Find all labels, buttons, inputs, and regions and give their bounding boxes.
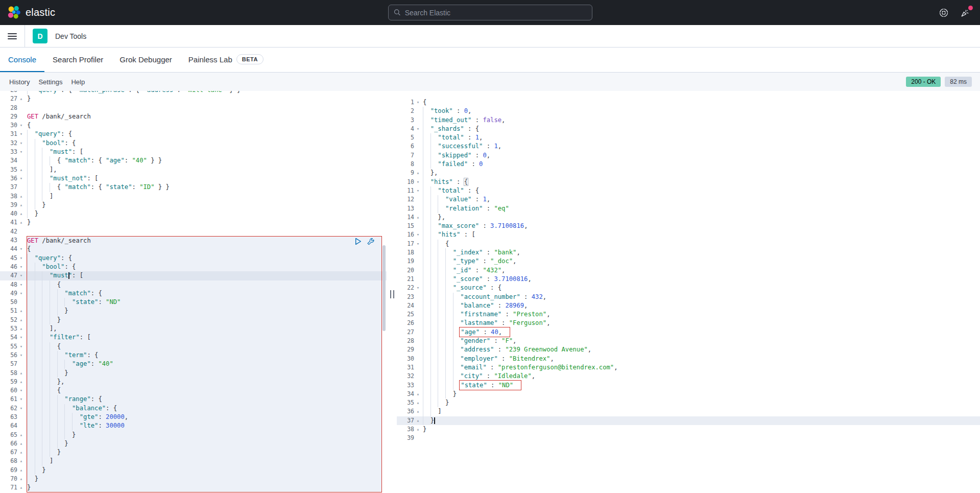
help-icon[interactable] [938, 7, 949, 18]
code-line-56[interactable]: 56▾"term": { [0, 351, 387, 360]
code-line-6[interactable]: 6"successful" : 1, [397, 142, 980, 151]
fold-toggle-icon[interactable]: ▴ [17, 316, 25, 324]
code-line-33[interactable]: 33"state" : "ND" [397, 381, 980, 390]
fold-toggle-icon[interactable]: ▴ [17, 439, 25, 448]
tab-grok-debugger[interactable]: Grok Debugger [111, 48, 180, 72]
code-line-31[interactable]: 31"email" : "prestonferguson@bitendrex.c… [397, 363, 980, 372]
code-line-38[interactable]: 38▴} [397, 425, 980, 434]
fold-toggle-icon[interactable]: ▾ [414, 98, 422, 107]
code-line-44[interactable]: 44▾{ [0, 245, 387, 253]
code-line-46[interactable]: 46▾"bool": { [0, 263, 387, 271]
menu-icon[interactable] [0, 25, 25, 48]
fold-toggle-icon[interactable]: ▴ [17, 483, 25, 492]
code-line-35[interactable]: 35▴} [397, 398, 980, 407]
fold-toggle-icon[interactable]: ▴ [414, 416, 422, 425]
code-line-34[interactable]: 34▴} [397, 390, 980, 398]
code-line-62[interactable]: 62▾"balance": { [0, 404, 387, 413]
fold-toggle-icon[interactable]: ▴ [414, 213, 422, 222]
code-line-20[interactable]: 20"_id" : "432", [397, 266, 980, 275]
code-line-15[interactable]: 15"max_score" : 3.7100816, [397, 222, 980, 230]
fold-toggle-icon[interactable]: ▾ [17, 139, 25, 148]
code-line-19[interactable]: 19"_type" : "_doc", [397, 257, 980, 266]
fold-toggle-icon[interactable]: ▴ [17, 218, 25, 227]
fold-toggle-icon[interactable]: ▾ [414, 240, 422, 248]
search-input[interactable] [405, 9, 587, 17]
fold-toggle-icon[interactable]: ▴ [17, 448, 25, 457]
code-line-39[interactable]: 39 [397, 434, 980, 442]
fold-toggle-icon[interactable]: ▴ [17, 307, 25, 315]
fold-toggle-icon[interactable]: ▴ [17, 431, 25, 439]
code-line-51[interactable]: 51▴} [0, 307, 387, 315]
code-line-5[interactable]: 5"total" : 1, [397, 133, 980, 142]
code-line-63[interactable]: 63"gte": 20000, [0, 413, 387, 421]
fold-toggle-icon[interactable]: ▴ [17, 466, 25, 475]
fold-toggle-icon[interactable]: ▾ [17, 404, 25, 413]
tab-search-profiler[interactable]: Search Profiler [44, 48, 111, 72]
code-line-42[interactable]: 42 [0, 227, 387, 236]
fold-toggle-icon[interactable]: ▾ [17, 121, 25, 130]
code-line-13[interactable]: 13"relation" : "eq" [397, 204, 980, 213]
code-line-53[interactable]: 53▴], [0, 324, 387, 333]
code-line-9[interactable]: 9▴}, [397, 169, 980, 177]
code-line-14[interactable]: 14▴}, [397, 213, 980, 222]
fold-toggle-icon[interactable]: ▴ [17, 378, 25, 386]
code-line-11[interactable]: 11▾"total" : { [397, 186, 980, 195]
fold-toggle-icon[interactable]: ▴ [17, 369, 25, 378]
code-line-30[interactable]: 30"employer" : "Bitendrex", [397, 355, 980, 363]
code-line-36[interactable]: 36▾"must_not": [ [0, 174, 387, 183]
response-editor[interactable]: 1▾{2"took" : 0,3"timed_out" : false,4▾"_… [397, 91, 980, 493]
toolbar-link-settings[interactable]: Settings [38, 78, 62, 86]
request-options-wrench-icon[interactable] [367, 238, 374, 245]
code-line-16[interactable]: 16▾"hits" : [ [397, 230, 980, 239]
code-line-27[interactable]: 27"age" : 40, [397, 328, 980, 337]
code-line-26[interactable]: 26"query": { "match_phrase": { "address"… [0, 91, 387, 95]
code-line-41[interactable]: 41▴} [0, 218, 387, 227]
fold-toggle-icon[interactable]: ▾ [17, 174, 25, 183]
fold-toggle-icon[interactable]: ▾ [414, 284, 422, 292]
code-line-29[interactable]: 29GET /bank/_search [0, 112, 387, 121]
code-line-21[interactable]: 21"_score" : 3.7100816, [397, 275, 980, 284]
code-line-70[interactable]: 70▴} [0, 475, 387, 483]
fold-toggle-icon[interactable]: ▾ [17, 271, 25, 280]
fold-toggle-icon[interactable]: ▾ [17, 342, 25, 351]
code-line-71[interactable]: 71▴} [0, 483, 387, 492]
code-line-39[interactable]: 39▴} [0, 201, 387, 209]
code-line-55[interactable]: 55▾{ [0, 342, 387, 351]
scrollbar-thumb[interactable] [383, 245, 386, 331]
code-line-4[interactable]: 4▾"_shards" : { [397, 125, 980, 133]
fold-toggle-icon[interactable]: ▾ [17, 351, 25, 360]
code-line-64[interactable]: 64"lte": 30000 [0, 421, 387, 430]
fold-toggle-icon[interactable]: ▾ [17, 289, 25, 298]
code-line-43[interactable]: 43GET /bank/_search [0, 236, 387, 245]
fold-toggle-icon[interactable]: ▾ [17, 333, 25, 342]
code-line-59[interactable]: 59▴}, [0, 378, 387, 386]
code-line-28[interactable]: 28"gender" : "F", [397, 337, 980, 345]
fold-toggle-icon[interactable]: ▴ [17, 457, 25, 465]
code-line-23[interactable]: 23"account_number" : 432, [397, 293, 980, 301]
fold-toggle-icon[interactable]: ▾ [414, 230, 422, 239]
fold-toggle-icon[interactable]: ▾ [17, 386, 25, 395]
fold-toggle-icon[interactable]: ▾ [17, 254, 25, 263]
code-line-58[interactable]: 58▴} [0, 369, 387, 378]
code-line-24[interactable]: 24"balance" : 28969, [397, 301, 980, 310]
code-line-52[interactable]: 52▴} [0, 316, 387, 324]
code-line-65[interactable]: 65▴} [0, 431, 387, 439]
code-line-17[interactable]: 17▾{ [397, 240, 980, 248]
code-line-45[interactable]: 45▾"query": { [0, 254, 387, 263]
fold-toggle-icon[interactable]: ▴ [17, 95, 25, 103]
code-line-25[interactable]: 25"firstname" : "Preston", [397, 310, 980, 319]
fold-toggle-icon[interactable]: ▴ [414, 390, 422, 398]
fold-toggle-icon[interactable]: ▴ [414, 398, 422, 407]
fold-toggle-icon[interactable]: ▴ [414, 425, 422, 434]
code-line-66[interactable]: 66▴} [0, 439, 387, 448]
code-line-10[interactable]: 10▾"hits" : { [397, 178, 980, 186]
request-editor[interactable]: 26"query": { "match_phrase": { "address"… [0, 91, 387, 493]
code-line-37[interactable]: 37▴} [397, 416, 980, 425]
toolbar-link-history[interactable]: History [9, 78, 30, 86]
code-line-68[interactable]: 68▴] [0, 457, 387, 465]
fold-toggle-icon[interactable]: ▾ [414, 178, 422, 186]
code-line-38[interactable]: 38▴] [0, 192, 387, 201]
code-line-8[interactable]: 8"failed" : 0 [397, 160, 980, 169]
fold-toggle-icon[interactable]: ▴ [414, 407, 422, 416]
fold-toggle-icon[interactable]: ▾ [17, 245, 25, 253]
